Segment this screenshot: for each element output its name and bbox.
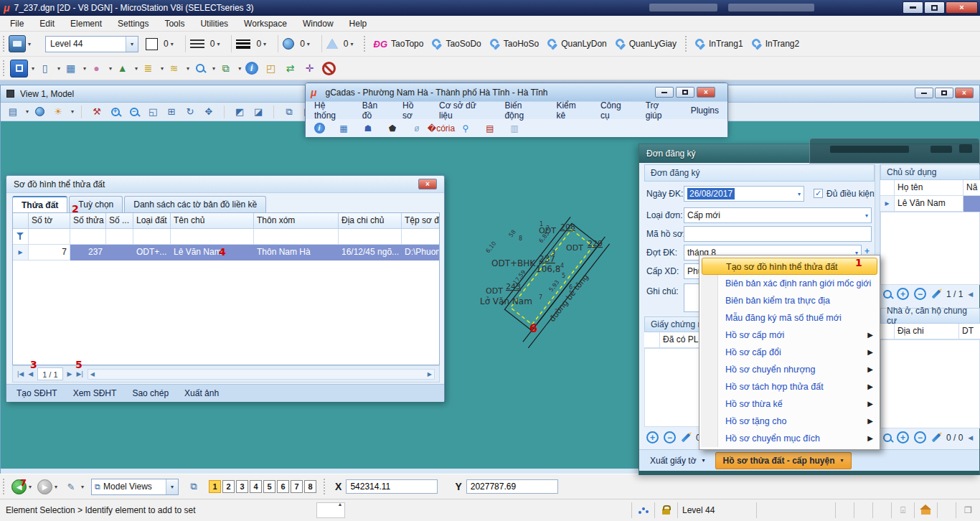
tab-danh-sach[interactable]: Danh sách các tờ bản đồ liền kề [124, 196, 266, 212]
active-linestyle-tool[interactable]: 0 ▾ [190, 39, 220, 49]
element-selection-tool-icon[interactable] [10, 60, 28, 78]
taosodo-button[interactable]: TaoSoDo [428, 37, 485, 51]
nha-o-body[interactable] [880, 339, 980, 428]
view-forward-button[interactable]: ▶ [37, 479, 52, 494]
sodo-titlebar[interactable]: Sơ đồ hình thể thửa đất × [6, 176, 444, 193]
status-cell[interactable] [854, 502, 872, 518]
remove-icon[interactable]: − [664, 431, 676, 443]
gcadas-menu-csdl[interactable]: Cơ sở dữ liệu [439, 100, 491, 121]
view-previous-icon[interactable]: ◩ [232, 104, 248, 120]
dropdown-caret[interactable]: ▾ [109, 65, 112, 72]
view-toggle-2[interactable]: 2 [222, 480, 235, 493]
intrang2-button[interactable]: InTrang2 [748, 37, 804, 51]
new-file-icon[interactable]: ▯ [36, 60, 54, 78]
dropdown-caret[interactable]: ▾ [798, 191, 801, 197]
tao-sdht-button[interactable]: Tạo SĐHT [17, 388, 57, 398]
cel-library-icon[interactable]: ● [88, 60, 105, 78]
menu-item-ho-so-tang-cho[interactable]: Hồ sơ tặng cho▶ [699, 413, 880, 430]
dropdown-caret[interactable]: ▾ [28, 41, 31, 47]
filter-cell[interactable] [402, 229, 439, 245]
search-icon[interactable] [883, 290, 892, 299]
gcadas-menu-kiemke[interactable]: Kiểm kê [556, 100, 587, 121]
active-level-combobox[interactable]: Level 44 ▾ [45, 36, 138, 52]
xuat-anh-button[interactable]: Xuất ảnh [184, 388, 219, 398]
zoom-sparkle-icon[interactable] [191, 60, 209, 78]
menu-file[interactable]: File [10, 19, 24, 29]
menu-item-tao-so-do[interactable]: Tạo sơ đồ hình thể thửa đất [702, 258, 877, 275]
quanlygiay-button[interactable]: QuanLyGiay [611, 37, 681, 51]
dropdown-caret[interactable]: ▾ [26, 108, 29, 115]
gcadas-close-button[interactable]: × [697, 87, 715, 98]
cell-loai-dat[interactable]: ODT+... [133, 245, 171, 260]
ho-so-thua-dat-button[interactable]: Hồ sơ thửa đất - cấp huyện ▾ [715, 452, 852, 469]
add-icon[interactable]: + [897, 431, 909, 443]
view-maximize-button[interactable] [935, 88, 953, 98]
view-toggle-1[interactable]: 1 [209, 480, 221, 493]
locks-cell[interactable] [654, 502, 677, 518]
filter-cell[interactable] [254, 229, 339, 245]
header-dia-chi[interactable]: Địa chi chủ [339, 213, 402, 229]
gcadas-table-icon[interactable]: ▦ [337, 122, 350, 135]
dropdown-caret[interactable]: ▾ [29, 484, 32, 490]
dropdown-caret[interactable]: ▾ [212, 65, 215, 72]
tab-thua-dat[interactable]: Thửa đất [12, 196, 67, 212]
view-globe-icon[interactable] [32, 104, 47, 120]
active-lineweight-tool[interactable]: 0 ▾ [236, 39, 266, 49]
filter-cell[interactable] [339, 229, 402, 245]
menu-item-mau-dang-ky[interactable]: Mẫu đăng ký mã số thuế mới [699, 309, 880, 327]
brush-tool-icon[interactable]: ✎ [63, 479, 79, 494]
gcadas-menu-plugins[interactable]: Plugins [691, 105, 719, 116]
raster-image-icon[interactable]: ▲ [113, 60, 131, 78]
dropdown-caret[interactable]: ▾ [217, 41, 220, 47]
gcadas-menu-bando[interactable]: Bản đồ [362, 100, 389, 121]
page-next-button[interactable]: ▶ [67, 370, 72, 377]
filter-cell[interactable] [106, 229, 133, 245]
ma-ho-so-field[interactable] [684, 226, 872, 242]
add-icon[interactable]: + [646, 431, 659, 443]
page-prev-button[interactable]: ◀ [28, 370, 33, 377]
dropdown-caret[interactable]: ▾ [71, 108, 74, 115]
dialog-settings-icon[interactable]: ▦ [62, 60, 80, 78]
dropdown-caret[interactable]: ▾ [126, 37, 138, 52]
edit-pencil-icon[interactable] [932, 289, 941, 299]
gcadas-info-icon[interactable]: i [313, 122, 326, 135]
dropdown-caret[interactable]: ▾ [307, 41, 310, 47]
header-ten-chu[interactable]: Tên chủ [171, 213, 254, 229]
taohoso-button[interactable]: TaoHoSo [486, 37, 543, 51]
quanlydon-button[interactable]: QuanLyDon [543, 37, 611, 51]
ngay-dk-field[interactable]: 26/08/2017 ▾ [684, 186, 804, 202]
gcadas-users-icon[interactable]: ☗ [362, 122, 374, 135]
header-so-to[interactable]: Số tờ [29, 213, 70, 229]
horizontal-scrollbar[interactable]: ◀ ▶ [88, 369, 435, 380]
pan-view-icon[interactable]: ✥ [201, 104, 217, 120]
view-close-button[interactable]: × [955, 88, 974, 98]
gcadas-menu-biendong[interactable]: Biến động [504, 100, 542, 121]
view-brightness-icon[interactable]: ☀ [50, 104, 66, 120]
menu-item-ho-so-chuyen-nhuong[interactable]: Hồ sơ chuyển nhượng▶ [699, 361, 880, 378]
folder-search-icon[interactable]: ◰ [262, 60, 280, 78]
gcadas-restore-button[interactable] [676, 87, 694, 98]
y-coordinate-input[interactable] [466, 479, 558, 494]
gcadas-bulb-icon[interactable]: ⚲ [459, 122, 472, 135]
gcadas-minimize-button[interactable] [655, 87, 674, 98]
cell-so[interactable] [106, 245, 133, 260]
restore-button[interactable] [924, 1, 945, 14]
menu-item-ho-so-chuyen-muc-dich[interactable]: Hồ sơ chuyển mục đích▶ [699, 430, 880, 447]
dropdown-caret[interactable]: ▾ [351, 41, 354, 47]
filter-cell[interactable] [133, 229, 171, 245]
selection-set-cell[interactable] [756, 502, 835, 518]
view-toggle-8[interactable]: 8 [304, 480, 316, 493]
gcadas-menu-trogiup[interactable]: Trợ giúp [646, 100, 677, 121]
status-resize-box[interactable]: ▲ [316, 502, 345, 518]
active-transparency-tool[interactable]: 0 ▾ [326, 39, 354, 49]
grid-crosshair-icon[interactable]: ✛ [301, 60, 319, 78]
search-icon[interactable] [883, 433, 892, 442]
menu-item-ho-so-cap-moi[interactable]: Hồ sơ cấp mới▶ [699, 327, 880, 344]
cell-dia-chi[interactable]: 16/12/45 ngõ... [339, 245, 402, 260]
cell-ten-chu[interactable]: Lê Văn Nam [171, 245, 254, 260]
filter-cell[interactable] [70, 229, 106, 245]
active-class-tool[interactable]: 0 ▾ [283, 38, 310, 50]
edit-pencil-icon[interactable] [682, 433, 691, 442]
csd-col-nam[interactable]: Nă [963, 180, 980, 196]
csd-cell-nam[interactable] [963, 196, 980, 212]
